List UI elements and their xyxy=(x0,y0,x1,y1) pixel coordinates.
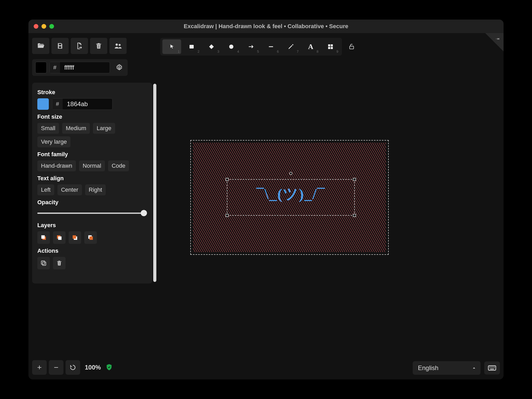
font-size-small[interactable]: Small xyxy=(37,123,59,134)
stroke-hex-value[interactable]: 1864ab xyxy=(63,100,112,108)
canvas-text[interactable]: ¯\_(ツ)_/¯ xyxy=(229,184,352,204)
corner-peel xyxy=(485,33,504,51)
text-align-center[interactable]: Center xyxy=(57,184,82,195)
opacity-slider[interactable] xyxy=(37,210,147,216)
svg-rect-17 xyxy=(90,237,93,240)
window-title: Excalidraw | Hand-drawn look & feel • Co… xyxy=(28,23,504,30)
send-to-back-icon xyxy=(40,234,47,241)
hash-symbol: # xyxy=(52,99,63,110)
font-size-label: Font size xyxy=(37,113,147,120)
actions-label: Actions xyxy=(37,247,147,254)
tool-line[interactable]: 6 xyxy=(262,39,280,54)
titlebar: Excalidraw | Hand-drawn look & feel • Co… xyxy=(28,20,504,33)
background-hex-value[interactable]: ffffff xyxy=(60,64,110,71)
zoom-in-button[interactable]: + xyxy=(32,360,47,375)
zoom-reset-button[interactable] xyxy=(66,360,80,375)
open-button[interactable] xyxy=(32,38,49,54)
text-align-right[interactable]: Right xyxy=(85,184,106,195)
tool-number: 7 xyxy=(297,50,299,53)
background-toolbar: # ffffff xyxy=(32,59,128,76)
layer-send-backward[interactable] xyxy=(53,231,66,244)
encryption-badge[interactable] xyxy=(105,364,113,371)
library-icon xyxy=(327,44,334,50)
tool-ellipse[interactable]: 4 xyxy=(222,39,241,54)
text-icon: A xyxy=(308,43,313,51)
pencil-icon xyxy=(288,44,294,50)
svg-rect-8 xyxy=(350,46,353,49)
tool-number: 3 xyxy=(217,50,219,53)
zoom-toolbar: + − 100% xyxy=(32,360,113,375)
stroke-swatch[interactable] xyxy=(37,98,49,110)
tool-arrow[interactable]: 5 xyxy=(242,39,261,54)
resize-handle-nw[interactable] xyxy=(226,178,229,181)
line-icon xyxy=(268,44,274,50)
shape-toolbar: 1 2 3 4 5 6 7 xyxy=(160,38,342,56)
lock-button[interactable] xyxy=(346,40,358,52)
folder-open-icon xyxy=(37,42,45,50)
svg-rect-7 xyxy=(331,47,333,49)
svg-rect-11 xyxy=(41,235,45,239)
trash-icon xyxy=(95,42,102,50)
font-family-hand-drawn[interactable]: Hand-drawn xyxy=(37,160,76,171)
bring-forward-icon xyxy=(72,234,78,241)
tool-selection[interactable]: 1 xyxy=(162,39,181,54)
bring-to-front-icon xyxy=(87,234,94,241)
save-button[interactable] xyxy=(51,38,69,54)
action-delete[interactable] xyxy=(53,257,66,269)
background-hex-input[interactable]: # ffffff xyxy=(49,62,110,73)
export-button[interactable] xyxy=(71,38,88,54)
resize-handle-ne[interactable] xyxy=(353,178,356,181)
font-size-medium[interactable]: Medium xyxy=(62,123,90,134)
font-size-large[interactable]: Large xyxy=(93,123,115,134)
text-align-left[interactable]: Left xyxy=(37,184,54,195)
tool-library[interactable]: 9 xyxy=(321,39,340,54)
clear-canvas-button[interactable] xyxy=(90,38,107,54)
plus-icon: + xyxy=(37,363,42,372)
settings-button[interactable] xyxy=(114,62,125,73)
background-swatch[interactable] xyxy=(35,62,47,73)
ellipse-icon xyxy=(228,44,234,50)
zoom-out-button[interactable]: − xyxy=(49,360,63,375)
arrow-icon xyxy=(248,44,255,50)
tool-text[interactable]: A 8 xyxy=(301,39,320,54)
tool-number: 6 xyxy=(277,50,279,53)
resize-handle-sw[interactable] xyxy=(226,214,229,217)
action-duplicate[interactable] xyxy=(37,257,50,269)
tool-draw[interactable]: 7 xyxy=(281,39,300,54)
layer-bring-to-front[interactable] xyxy=(84,231,97,244)
chevron-up-icon xyxy=(472,366,476,370)
svg-rect-6 xyxy=(328,47,330,49)
tool-rectangle[interactable]: 2 xyxy=(182,39,201,54)
tool-number: 5 xyxy=(257,50,259,53)
font-family-normal[interactable]: Normal xyxy=(79,160,105,171)
language-select[interactable]: English xyxy=(413,361,481,375)
keyboard-shortcuts-button[interactable] xyxy=(484,361,500,374)
rotation-handle[interactable] xyxy=(289,172,292,175)
rectangle-icon xyxy=(188,44,195,50)
tool-number: 9 xyxy=(336,50,338,53)
resize-handle-se[interactable] xyxy=(353,214,356,217)
svg-point-1 xyxy=(119,44,121,46)
unlock-icon xyxy=(348,43,355,50)
layer-send-to-back[interactable] xyxy=(37,231,50,244)
minus-icon: − xyxy=(54,363,58,372)
svg-point-9 xyxy=(119,67,120,69)
svg-point-3 xyxy=(229,45,233,49)
svg-rect-13 xyxy=(58,237,62,240)
layer-bring-forward[interactable] xyxy=(69,231,81,244)
svg-rect-2 xyxy=(190,45,194,49)
panel-scrollbar[interactable] xyxy=(153,84,156,282)
stroke-hex-input[interactable]: # 1864ab xyxy=(52,98,113,110)
stroke-label: Stroke xyxy=(37,89,147,96)
opacity-thumb[interactable] xyxy=(141,210,147,216)
language-value: English xyxy=(418,364,439,371)
canvas[interactable]: ¯\_(ツ)_/¯ xyxy=(190,140,389,255)
tool-diamond[interactable]: 3 xyxy=(202,39,221,54)
selection-icon xyxy=(169,44,175,50)
svg-point-0 xyxy=(116,44,118,46)
font-size-very-large[interactable]: Very large xyxy=(37,136,70,147)
font-family-code[interactable]: Code xyxy=(108,160,129,171)
collaboration-button[interactable] xyxy=(109,38,127,54)
svg-rect-5 xyxy=(331,44,333,46)
svg-rect-19 xyxy=(41,261,45,264)
